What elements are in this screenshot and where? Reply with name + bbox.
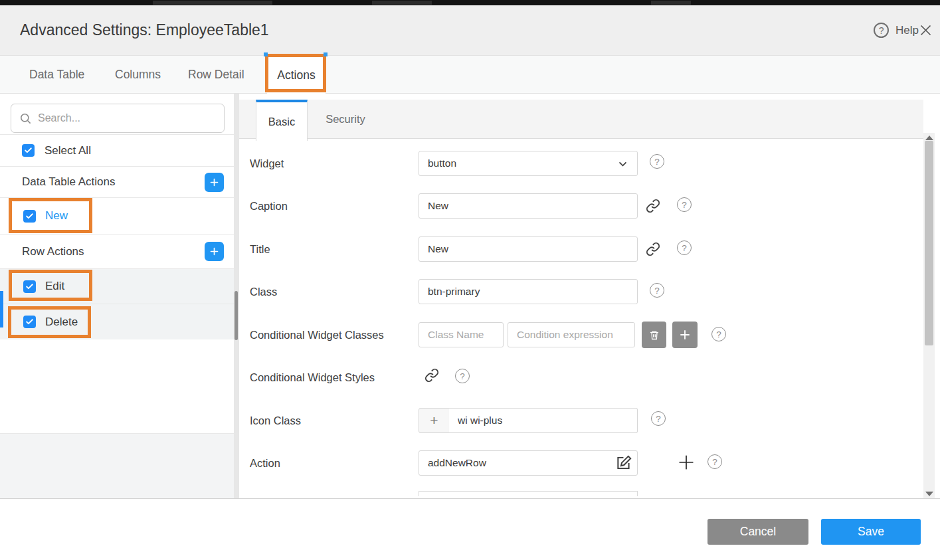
caption-input[interactable] <box>419 193 638 219</box>
widget-label: Widget <box>250 157 284 170</box>
caption-label: Caption <box>250 200 288 213</box>
sidebar-scrollbar-thumb[interactable] <box>235 291 238 340</box>
search-input[interactable] <box>38 112 216 124</box>
new-label: New <box>45 209 68 223</box>
title-bind-link-icon[interactable] <box>646 242 660 256</box>
group-data-table-actions: Data Table Actions <box>0 166 234 197</box>
plus-icon <box>679 329 691 341</box>
add-data-table-action-button[interactable] <box>205 173 224 192</box>
action-item-new[interactable]: New <box>0 197 234 234</box>
action-label: Action <box>250 457 280 470</box>
plus-icon <box>209 177 219 187</box>
tab-security[interactable]: Security <box>308 100 383 139</box>
action-settings-panel: Basic Security Widget button ? Caption ?… <box>239 94 923 498</box>
widget-select[interactable]: button <box>419 151 638 176</box>
group-label: Row Actions <box>22 245 84 258</box>
tab-row-detail[interactable]: Row Detail <box>188 56 244 94</box>
search-box <box>11 104 225 133</box>
group-row-actions: Row Actions <box>0 234 234 268</box>
main-tab-bar: Data Table Columns Row Detail Actions <box>0 55 940 94</box>
help-button[interactable]: ? Help <box>874 5 919 55</box>
cancel-button[interactable]: Cancel <box>707 519 808 545</box>
plus-icon <box>209 246 219 256</box>
annotation-handle <box>264 52 268 56</box>
delete-label: Delete <box>45 316 78 329</box>
action-item-delete[interactable]: Delete <box>0 304 234 339</box>
widget-select-value: button <box>428 157 456 169</box>
actions-sidebar: Select All Data Table Actions New Row Ac… <box>0 94 234 498</box>
conditional-classes-help-icon[interactable]: ? <box>711 327 726 341</box>
title-label: Title <box>250 243 270 256</box>
save-button[interactable]: Save <box>821 519 921 545</box>
obscured-content <box>651 1 691 5</box>
conditional-classes-label: Conditional Widget Classes <box>250 329 384 341</box>
annotation-handle <box>324 52 328 56</box>
add-action-icon[interactable] <box>678 454 695 471</box>
conditional-styles-label: Conditional Widget Styles <box>250 371 375 384</box>
obscured-content <box>153 1 272 5</box>
caption-bind-link-icon[interactable] <box>646 199 660 213</box>
icon-class-label: Icon Class <box>250 415 301 427</box>
advanced-settings-modal: Advanced Settings: EmployeeTable1 ? Help… <box>0 0 940 560</box>
class-input[interactable] <box>419 279 638 304</box>
caption-help-icon[interactable]: ? <box>677 197 692 212</box>
conditional-styles-bind-link-icon[interactable] <box>424 368 439 383</box>
conditional-condition-input[interactable] <box>508 322 635 347</box>
search-icon <box>19 112 32 125</box>
chevron-down-icon <box>617 158 628 169</box>
select-all-label: Select All <box>45 144 91 157</box>
select-all-checkbox[interactable] <box>22 144 35 157</box>
class-label: Class <box>250 286 277 298</box>
help-label: Help <box>895 24 919 37</box>
title-input[interactable] <box>419 236 638 262</box>
edit-action-icon[interactable] <box>615 454 632 472</box>
action-item-edit[interactable]: Edit <box>0 268 234 304</box>
selected-item-indicator <box>0 291 3 327</box>
modal-header: Advanced Settings: EmployeeTable1 ? Help <box>0 5 940 55</box>
action-help-icon[interactable]: ? <box>707 454 722 469</box>
tab-columns[interactable]: Columns <box>115 56 161 94</box>
obscured-app-background <box>0 0 940 5</box>
modal-title: Advanced Settings: EmployeeTable1 <box>20 5 269 55</box>
modal-footer: Cancel Save <box>0 498 940 560</box>
tab-actions[interactable]: Actions <box>267 56 326 94</box>
trash-icon <box>649 329 660 341</box>
add-row-action-button[interactable] <box>205 242 224 261</box>
new-checkbox[interactable] <box>23 210 36 223</box>
action-input[interactable] <box>419 450 638 476</box>
edit-label: Edit <box>45 280 64 293</box>
icon-class-help-icon[interactable]: ? <box>651 411 666 426</box>
title-help-icon[interactable]: ? <box>677 240 692 255</box>
select-all-row[interactable]: Select All <box>0 134 234 166</box>
conditional-styles-help-icon[interactable]: ? <box>455 369 470 383</box>
widget-help-icon[interactable]: ? <box>650 154 664 169</box>
class-help-icon[interactable]: ? <box>650 283 664 298</box>
edit-checkbox[interactable] <box>23 280 36 293</box>
conditional-class-delete-button[interactable] <box>642 322 666 348</box>
obscured-content <box>372 1 432 5</box>
panel-tab-bar: Basic Security <box>239 100 923 139</box>
conditional-class-name-input[interactable] <box>419 322 504 347</box>
tab-basic[interactable]: Basic <box>256 100 308 141</box>
partially-visible-field <box>419 491 638 496</box>
icon-class-input[interactable] <box>449 408 638 433</box>
conditional-class-add-button[interactable] <box>672 322 698 348</box>
scroll-down-arrow[interactable] <box>923 489 935 498</box>
tab-data-table[interactable]: Data Table <box>29 56 84 94</box>
help-icon: ? <box>874 23 889 38</box>
close-icon[interactable] <box>919 5 940 55</box>
icon-picker-button[interactable]: + <box>419 408 450 433</box>
panel-scrollbar-thumb[interactable] <box>925 141 933 345</box>
group-label: Data Table Actions <box>22 175 116 189</box>
delete-checkbox[interactable] <box>23 316 36 328</box>
